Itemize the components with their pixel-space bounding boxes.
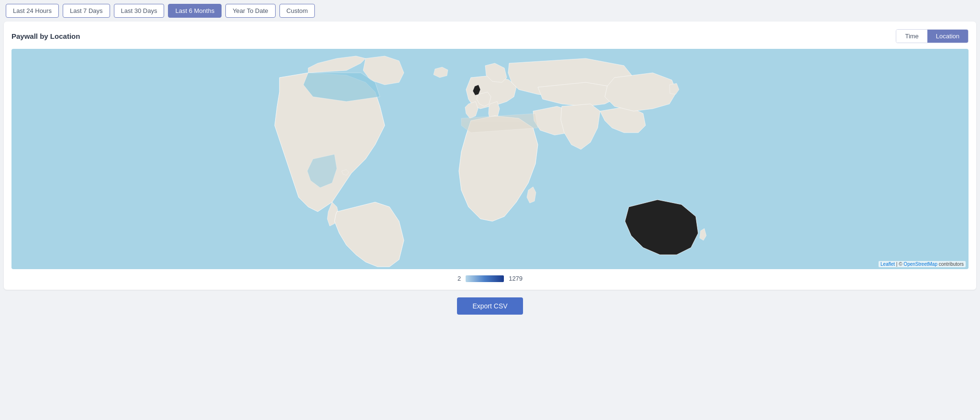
card-header: Paywall by Location Time Location (11, 29, 969, 43)
attribution-separator: | © (896, 261, 904, 267)
leaflet-link[interactable]: Leaflet (880, 261, 895, 267)
last-6m-button[interactable]: Last 6 Months (168, 4, 222, 18)
osm-link[interactable]: OpenStreetMap (903, 261, 937, 267)
view-toggle: Time Location (896, 29, 969, 43)
attribution-suffix: contributors (939, 261, 964, 267)
last-30d-button[interactable]: Last 30 Days (114, 4, 165, 18)
time-toggle-button[interactable]: Time (896, 30, 927, 43)
card-title: Paywall by Location (11, 32, 80, 40)
map-attribution: Leaflet | © OpenStreetMap contributors (879, 261, 966, 267)
legend-max: 1279 (509, 275, 523, 282)
world-map-svg (11, 49, 969, 269)
legend-gradient (466, 275, 504, 282)
last-24h-button[interactable]: Last 24 Hours (6, 4, 59, 18)
ytd-button[interactable]: Year To Date (225, 4, 275, 18)
map-container[interactable]: Leaflet | © OpenStreetMap contributors (11, 49, 969, 269)
main-card: Paywall by Location Time Location (4, 22, 976, 290)
export-csv-button[interactable]: Export CSV (457, 297, 523, 315)
legend: 2 1279 (11, 275, 969, 282)
location-toggle-button[interactable]: Location (927, 30, 968, 43)
last-7d-button[interactable]: Last 7 Days (63, 4, 110, 18)
filter-bar: Last 24 Hours Last 7 Days Last 30 Days L… (0, 0, 980, 22)
export-area: Export CSV (0, 297, 980, 322)
legend-min: 2 (457, 275, 461, 282)
custom-button[interactable]: Custom (279, 4, 315, 18)
